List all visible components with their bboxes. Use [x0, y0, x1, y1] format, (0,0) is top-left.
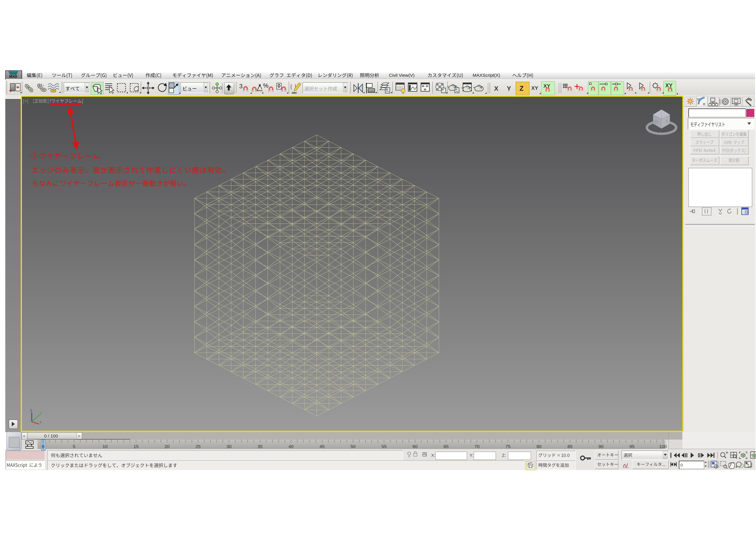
svg-text:%: % [263, 82, 269, 89]
svg-text:45: 45 [320, 444, 325, 449]
svg-text:85: 85 [567, 444, 572, 449]
svg-text:>: > [78, 434, 80, 438]
svg-text:5: 5 [73, 444, 75, 449]
svg-text:MXD: MXD [9, 74, 17, 79]
svg-text:Y:: Y: [470, 453, 473, 458]
svg-text:80: 80 [536, 444, 541, 449]
svg-text:35: 35 [258, 444, 263, 449]
svg-text:75: 75 [505, 444, 510, 449]
svg-text:3: 3 [239, 83, 243, 90]
svg-text:65: 65 [443, 444, 448, 449]
svg-text:Civil View(V): Civil View(V) [389, 73, 414, 78]
svg-text:y: y [40, 411, 42, 415]
svg-text:Z: Z [519, 85, 524, 92]
svg-text:0: 0 [680, 463, 683, 467]
svg-text:40: 40 [289, 444, 294, 449]
svg-text:ABC: ABC [292, 92, 297, 94]
svg-text:FFD 4x4x4: FFD 4x4x4 [693, 148, 716, 153]
svg-text:X: X [494, 85, 498, 92]
svg-text:XY: XY [531, 85, 538, 91]
svg-text:0 / 100: 0 / 100 [44, 433, 58, 438]
svg-text:10: 10 [103, 444, 108, 449]
svg-text:<: < [23, 434, 25, 438]
svg-text:Y: Y [507, 85, 511, 92]
svg-text:15: 15 [134, 444, 139, 449]
svg-text:MAXScript(X): MAXScript(X) [473, 73, 500, 78]
svg-text:x: x [40, 420, 42, 424]
svg-text:25: 25 [196, 444, 201, 449]
svg-text:55: 55 [381, 444, 386, 449]
svg-text:30: 30 [227, 444, 232, 449]
svg-text:z: z [30, 408, 32, 412]
svg-text:90: 90 [598, 444, 603, 449]
svg-text:100: 100 [659, 444, 667, 449]
svg-text:XY: XY [665, 82, 673, 89]
svg-text:Z:: Z: [502, 453, 506, 458]
svg-text:60: 60 [412, 444, 417, 449]
svg-text:20: 20 [165, 444, 170, 449]
svg-text:= 10.0: = 10.0 [557, 453, 569, 458]
svg-text:95: 95 [629, 444, 634, 449]
svg-text:0: 0 [42, 445, 44, 449]
svg-text:70: 70 [474, 444, 479, 449]
svg-text:X:: X: [431, 453, 435, 458]
svg-text:50: 50 [351, 444, 356, 449]
